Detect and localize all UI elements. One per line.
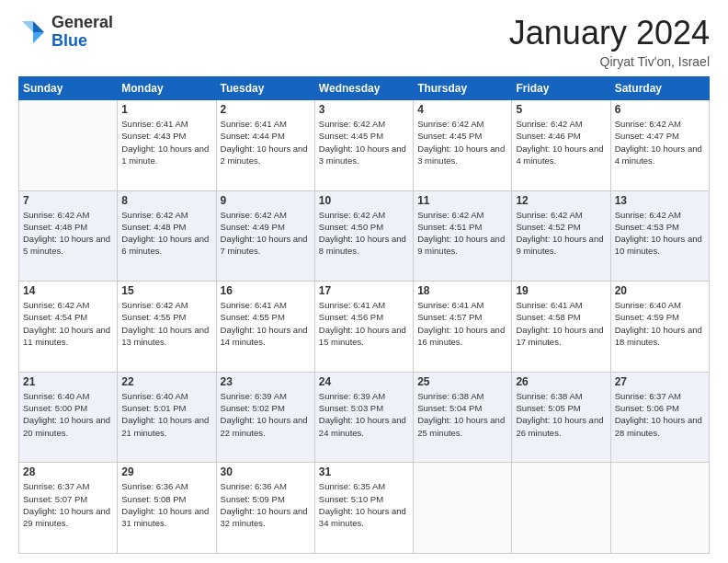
day-info: Sunrise: 6:40 AM Sunset: 5:01 PM Dayligh…: [121, 390, 211, 439]
day-info: Sunrise: 6:36 AM Sunset: 5:09 PM Dayligh…: [221, 480, 311, 529]
day-info: Sunrise: 6:39 AM Sunset: 5:03 PM Dayligh…: [319, 390, 409, 439]
day-number: 24: [319, 375, 409, 388]
day-cell: 16Sunrise: 6:41 AM Sunset: 4:55 PM Dayli…: [216, 282, 314, 373]
day-cell: [610, 463, 709, 554]
day-number: 21: [23, 375, 113, 388]
day-info: Sunrise: 6:42 AM Sunset: 4:45 PM Dayligh…: [319, 118, 409, 167]
col-tuesday: Tuesday: [216, 77, 314, 100]
day-cell: 1Sunrise: 6:41 AM Sunset: 4:43 PM Daylig…: [118, 100, 216, 191]
logo-icon: [18, 17, 48, 47]
day-number: 10: [319, 194, 409, 207]
day-info: Sunrise: 6:39 AM Sunset: 5:02 PM Dayligh…: [221, 390, 311, 439]
day-number: 30: [221, 465, 311, 478]
day-cell: 27Sunrise: 6:37 AM Sunset: 5:06 PM Dayli…: [610, 372, 709, 463]
day-info: Sunrise: 6:42 AM Sunset: 4:52 PM Dayligh…: [516, 209, 606, 258]
col-saturday: Saturday: [610, 77, 709, 100]
week-row-2: 7Sunrise: 6:42 AM Sunset: 4:48 PM Daylig…: [19, 190, 710, 282]
day-cell: 18Sunrise: 6:41 AM Sunset: 4:57 PM Dayli…: [414, 282, 512, 373]
day-cell: [512, 463, 610, 554]
day-number: 14: [23, 284, 113, 297]
day-info: Sunrise: 6:42 AM Sunset: 4:46 PM Dayligh…: [516, 118, 606, 167]
svg-marker-0: [33, 21, 44, 32]
day-number: 16: [221, 284, 311, 297]
day-info: Sunrise: 6:42 AM Sunset: 4:50 PM Dayligh…: [319, 209, 409, 258]
day-info: Sunrise: 6:41 AM Sunset: 4:43 PM Dayligh…: [121, 118, 211, 167]
day-info: Sunrise: 6:42 AM Sunset: 4:51 PM Dayligh…: [417, 209, 507, 258]
day-info: Sunrise: 6:42 AM Sunset: 4:45 PM Dayligh…: [417, 118, 507, 167]
day-info: Sunrise: 6:38 AM Sunset: 5:05 PM Dayligh…: [516, 390, 606, 439]
day-cell: 2Sunrise: 6:41 AM Sunset: 4:44 PM Daylig…: [216, 100, 314, 191]
day-number: 6: [615, 103, 705, 116]
day-number: 8: [121, 194, 211, 207]
day-cell: 7Sunrise: 6:42 AM Sunset: 4:48 PM Daylig…: [19, 190, 118, 282]
day-number: 12: [516, 194, 606, 207]
day-number: 17: [319, 284, 409, 297]
title-block: January 2024 Qiryat Tiv'on, Israel: [509, 14, 710, 69]
day-cell: 12Sunrise: 6:42 AM Sunset: 4:52 PM Dayli…: [512, 190, 610, 282]
day-info: Sunrise: 6:42 AM Sunset: 4:53 PM Dayligh…: [615, 209, 705, 258]
day-info: Sunrise: 6:38 AM Sunset: 5:04 PM Dayligh…: [417, 390, 507, 439]
svg-marker-2: [22, 21, 33, 32]
day-info: Sunrise: 6:35 AM Sunset: 5:10 PM Dayligh…: [319, 480, 409, 529]
day-cell: 13Sunrise: 6:42 AM Sunset: 4:53 PM Dayli…: [610, 190, 709, 282]
day-info: Sunrise: 6:41 AM Sunset: 4:56 PM Dayligh…: [319, 299, 409, 348]
day-number: 25: [417, 375, 507, 388]
svg-marker-1: [33, 32, 44, 43]
calendar-table: Sunday Monday Tuesday Wednesday Thursday…: [18, 76, 710, 554]
day-cell: 26Sunrise: 6:38 AM Sunset: 5:05 PM Dayli…: [512, 372, 610, 463]
day-cell: 31Sunrise: 6:35 AM Sunset: 5:10 PM Dayli…: [314, 463, 413, 554]
day-cell: 25Sunrise: 6:38 AM Sunset: 5:04 PM Dayli…: [414, 372, 512, 463]
day-cell: 6Sunrise: 6:42 AM Sunset: 4:47 PM Daylig…: [610, 100, 709, 191]
day-cell: 3Sunrise: 6:42 AM Sunset: 4:45 PM Daylig…: [314, 100, 413, 191]
day-number: 15: [121, 284, 211, 297]
week-row-3: 14Sunrise: 6:42 AM Sunset: 4:54 PM Dayli…: [19, 282, 710, 373]
logo: General Blue: [18, 14, 113, 51]
day-number: 27: [615, 375, 705, 388]
header: General Blue January 2024 Qiryat Tiv'on,…: [18, 14, 710, 69]
day-number: 5: [516, 103, 606, 116]
day-number: 19: [516, 284, 606, 297]
day-number: 18: [417, 284, 507, 297]
day-number: 1: [121, 103, 211, 116]
day-number: 11: [417, 194, 507, 207]
day-cell: 11Sunrise: 6:42 AM Sunset: 4:51 PM Dayli…: [414, 190, 512, 282]
day-info: Sunrise: 6:41 AM Sunset: 4:57 PM Dayligh…: [417, 299, 507, 348]
col-friday: Friday: [512, 77, 610, 100]
day-cell: 8Sunrise: 6:42 AM Sunset: 4:48 PM Daylig…: [118, 190, 216, 282]
logo-text: General Blue: [51, 14, 113, 51]
day-number: 26: [516, 375, 606, 388]
day-number: 23: [221, 375, 311, 388]
day-cell: 21Sunrise: 6:40 AM Sunset: 5:00 PM Dayli…: [19, 372, 118, 463]
week-row-1: 1Sunrise: 6:41 AM Sunset: 4:43 PM Daylig…: [19, 100, 710, 191]
day-cell: [19, 100, 118, 191]
day-info: Sunrise: 6:42 AM Sunset: 4:48 PM Dayligh…: [121, 209, 211, 258]
logo-general: General: [51, 14, 113, 32]
day-number: 13: [615, 194, 705, 207]
day-cell: 19Sunrise: 6:41 AM Sunset: 4:58 PM Dayli…: [512, 282, 610, 373]
day-cell: 20Sunrise: 6:40 AM Sunset: 4:59 PM Dayli…: [610, 282, 709, 373]
day-cell: 23Sunrise: 6:39 AM Sunset: 5:02 PM Dayli…: [216, 372, 314, 463]
page: General Blue January 2024 Qiryat Tiv'on,…: [0, 0, 728, 563]
day-info: Sunrise: 6:42 AM Sunset: 4:54 PM Dayligh…: [23, 299, 113, 348]
day-cell: 5Sunrise: 6:42 AM Sunset: 4:46 PM Daylig…: [512, 100, 610, 191]
day-info: Sunrise: 6:42 AM Sunset: 4:55 PM Dayligh…: [121, 299, 211, 348]
day-number: 4: [417, 103, 507, 116]
day-number: 7: [23, 194, 113, 207]
day-number: 28: [23, 465, 113, 478]
day-cell: 4Sunrise: 6:42 AM Sunset: 4:45 PM Daylig…: [414, 100, 512, 191]
day-info: Sunrise: 6:40 AM Sunset: 5:00 PM Dayligh…: [23, 390, 113, 439]
col-wednesday: Wednesday: [314, 77, 413, 100]
col-sunday: Sunday: [19, 77, 118, 100]
week-row-5: 28Sunrise: 6:37 AM Sunset: 5:07 PM Dayli…: [19, 463, 710, 554]
day-info: Sunrise: 6:41 AM Sunset: 4:55 PM Dayligh…: [221, 299, 311, 348]
day-info: Sunrise: 6:41 AM Sunset: 4:44 PM Dayligh…: [221, 118, 311, 167]
logo-blue: Blue: [51, 32, 113, 51]
day-number: 3: [319, 103, 409, 116]
day-info: Sunrise: 6:36 AM Sunset: 5:08 PM Dayligh…: [121, 480, 211, 529]
day-number: 20: [615, 284, 705, 297]
day-number: 22: [121, 375, 211, 388]
day-info: Sunrise: 6:37 AM Sunset: 5:06 PM Dayligh…: [615, 390, 705, 439]
day-number: 31: [319, 465, 409, 478]
day-cell: 22Sunrise: 6:40 AM Sunset: 5:01 PM Dayli…: [118, 372, 216, 463]
day-info: Sunrise: 6:42 AM Sunset: 4:48 PM Dayligh…: [23, 209, 113, 258]
